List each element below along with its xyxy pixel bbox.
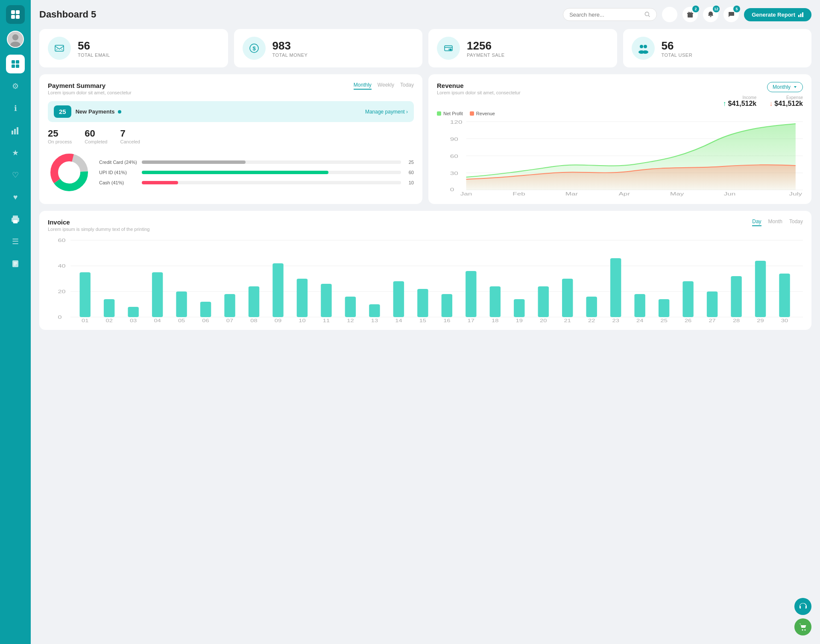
sidebar-item-info[interactable]: ℹ [6,99,25,118]
bar-item[interactable] [321,284,331,317]
chat-button[interactable]: 5 [723,7,739,22]
invoice-subtitle: Lorem ipsum is simply dummy text of the … [48,227,149,232]
svg-text:Mar: Mar [565,192,578,196]
svg-text:Apr: Apr [618,192,630,196]
chat-float-button[interactable] [794,598,811,615]
generate-report-button[interactable]: Generate Report [744,8,811,21]
new-payments-count: 25 [54,105,71,118]
cart-float-button[interactable] [794,618,811,635]
svg-text:May: May [670,192,684,196]
bar-label: 24 [636,318,643,322]
sidebar: ⚙ ℹ ★ ♡ ♥ ☰ [0,0,31,644]
bar-item[interactable] [369,304,380,317]
bar-item[interactable] [682,281,693,317]
bar-item[interactable] [779,274,790,317]
invoice-header: Invoice Lorem ipsum is simply dummy text… [48,219,803,232]
bar-item[interactable] [272,263,283,317]
svg-text:$: $ [252,45,256,52]
bar-label: 26 [685,318,691,322]
svg-text:20: 20 [58,289,66,294]
svg-line-30 [61,49,63,50]
tab-monthly[interactable]: Monthly [354,82,372,90]
svg-rect-9 [12,64,15,68]
stat-card-payment: 1256 PAYMENT SALE [428,29,617,67]
invoice-bar-chart: 60 40 20 0 01020304050607080910111213141… [48,237,803,322]
bar-item[interactable] [755,261,766,317]
bar-item[interactable] [249,286,259,317]
sidebar-logo[interactable] [6,5,25,24]
bar-label: 15 [419,318,426,322]
tab-today[interactable]: Today [400,82,414,90]
bar-item[interactable] [707,291,718,317]
bar-item[interactable] [417,289,428,317]
payment-summary-header: Payment Summary Lorem ipsum dolor sit am… [48,82,414,95]
bar-item[interactable] [442,294,452,317]
sidebar-item-chart[interactable] [6,121,25,140]
bar-item[interactable] [104,299,114,317]
bar-item[interactable] [79,272,90,317]
bar-item[interactable] [538,286,549,317]
bell-badge: 12 [713,6,720,12]
bar-label: 25 [660,318,667,322]
progress-credit-card: Credit Card (24%) 25 [99,160,414,165]
search-box[interactable] [563,8,657,21]
payment-summary-card: Payment Summary Lorem ipsum dolor sit am… [39,74,422,204]
bar-label: 09 [275,318,281,322]
bar-item[interactable] [128,307,138,317]
bar-item[interactable] [297,279,308,317]
bar-item[interactable] [200,302,211,317]
bar-item[interactable] [466,271,476,317]
svg-point-44 [59,162,80,183]
revenue-dropdown[interactable]: Monthly [767,82,803,92]
svg-point-21 [645,12,649,16]
sidebar-item-heart-filled[interactable]: ♥ [6,188,25,207]
bar-item[interactable] [224,294,235,317]
bar-item[interactable] [562,279,573,317]
sidebar-item-star[interactable]: ★ [6,143,25,162]
svg-rect-26 [800,14,802,17]
svg-line-22 [648,15,650,17]
manage-payment-link[interactable]: Manage payment › [365,109,408,115]
bar-item[interactable] [490,286,501,317]
bar-item[interactable] [586,297,597,317]
bar-item[interactable] [152,272,163,317]
sidebar-item-heart-outline[interactable]: ♡ [6,166,25,184]
bar-item[interactable] [176,291,187,317]
invoice-tab-month[interactable]: Month [768,219,782,226]
bar-item[interactable] [634,294,645,317]
invoice-title: Invoice [48,219,149,226]
gift-button[interactable]: 2 [682,7,698,22]
sidebar-item-print[interactable] [6,210,25,229]
new-payments-label: New Payments [76,108,121,115]
bar-item[interactable] [393,281,404,317]
gift-icon [687,11,694,18]
bar-item[interactable] [345,297,356,317]
dark-mode-button[interactable] [662,7,677,22]
bar-item[interactable] [514,299,524,317]
payment-icon [437,37,460,60]
floating-buttons [794,598,811,635]
svg-rect-16 [13,220,18,223]
avatar[interactable] [7,31,24,48]
sidebar-item-dashboard[interactable] [6,55,25,73]
invoice-tab-day[interactable]: Day [752,219,761,226]
bar-item[interactable] [610,258,621,317]
payment-tabs: Monthly Weekly Today [354,82,414,90]
bar-label: 27 [709,318,715,322]
search-icon [644,11,650,18]
search-input[interactable] [569,12,641,18]
svg-rect-18 [14,262,17,263]
sidebar-item-notes[interactable] [6,254,25,273]
revenue-chart: 120 90 60 30 0 [437,119,803,196]
bell-button[interactable]: 12 [703,7,718,22]
sidebar-item-settings[interactable]: ⚙ [6,77,25,96]
svg-rect-13 [17,127,18,134]
bar-item[interactable] [659,299,669,317]
bar-item[interactable] [731,276,741,317]
bar-label: 01 [82,318,88,322]
header: Dashboard 5 2 [39,7,811,22]
tab-weekly[interactable]: Weekly [378,82,394,90]
income-arrow-icon: ↑ [723,100,726,108]
invoice-tab-today[interactable]: Today [789,219,803,226]
sidebar-item-list[interactable]: ☰ [6,232,25,251]
